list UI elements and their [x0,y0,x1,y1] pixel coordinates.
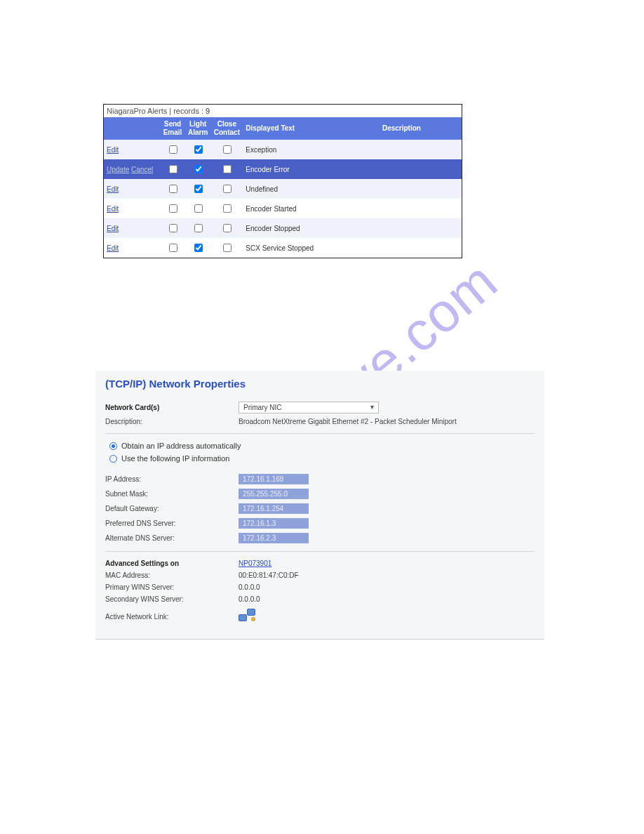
send-email-checkbox[interactable] [169,145,177,154]
alerts-panel: NiagaraPro Alerts | records : 9 Send Ema… [103,104,462,258]
link-label: Active Network Link: [105,613,239,621]
edit-link[interactable]: Edit [107,244,119,252]
ip-input[interactable]: 172.16.1.168 [239,474,309,484]
description-cell [380,199,462,218]
light-alarm-checkbox[interactable] [194,224,203,232]
displayed-text-cell: Encoder Error [243,159,380,179]
description-cell [380,140,462,159]
col-displayed-text: Displayed Text [243,117,380,140]
send-email-checkbox[interactable] [169,224,177,232]
close-contact-checkbox[interactable] [223,145,232,154]
description-cell [380,218,462,238]
table-row: Update CancelEncoder Error [104,159,462,179]
close-contact-checkbox[interactable] [223,165,232,173]
network-link-icon [239,607,258,624]
table-row: EditUndefined [104,179,462,199]
table-row: EditEncoder Stopped [104,218,462,238]
displayed-text-cell: Exception [243,140,380,159]
mac-value: 00:E0:81:47:C0:DF [239,571,535,579]
adv-label: Advanced Settings on [105,560,239,567]
update-link[interactable]: Update [107,166,129,173]
network-panel: (TCP/IP) Network Properties Network Card… [95,371,544,640]
network-title: (TCP/IP) Network Properties [105,378,535,390]
col-send-email: Send Email [160,117,185,140]
desc-value: Broadcom NetXtreme Gigabit Ethernet #2 -… [239,418,535,425]
edit-link[interactable]: Edit [107,185,119,193]
col-close-contact: Close Contact [210,117,243,140]
records-count: 9 [206,107,210,115]
radio-manual-label: Use the following IP information [121,454,230,463]
table-row: EditSCX Service Stopped [104,238,462,258]
card-label: Network Card(s) [105,404,239,411]
description-cell [380,238,462,258]
send-email-checkbox[interactable] [169,185,177,193]
adns-label: Alternate DNS Server: [105,534,239,542]
send-email-checkbox[interactable] [169,244,177,252]
table-row: EditException [104,140,462,159]
gateway-label: Default Gateway: [105,505,239,512]
displayed-text-cell: SCX Service Stopped [243,238,380,258]
divider [105,433,535,434]
description-cell [380,159,462,179]
advanced-settings-link[interactable]: NP073901 [239,560,271,567]
light-alarm-checkbox[interactable] [194,185,203,193]
light-alarm-checkbox[interactable] [194,145,203,154]
displayed-text-cell: Encoder Started [243,199,380,218]
displayed-text-cell: Undefined [243,179,380,199]
desc-label: Description: [105,418,239,425]
pwins-value: 0.0.0.0 [239,583,535,591]
radio-auto-label: Obtain an IP address automatically [121,442,241,450]
light-alarm-checkbox[interactable] [194,204,203,213]
edit-link[interactable]: Edit [107,146,119,154]
cancel-link[interactable]: Cancel [131,166,153,173]
close-contact-checkbox[interactable] [223,204,232,213]
adns-input[interactable]: 172.16.2.3 [239,533,309,543]
mac-label: MAC Address: [105,571,239,579]
alerts-title-bar: NiagaraPro Alerts | records : 9 [104,105,462,117]
pdns-label: Preferred DNS Server: [105,519,239,527]
close-contact-checkbox[interactable] [223,244,232,252]
records-label: records : [173,107,203,115]
pwins-label: Primary WINS Server: [105,583,239,591]
subnet-input[interactable]: 255.255.255.0 [239,489,309,499]
pdns-input[interactable]: 172.16.1.3 [239,518,309,529]
radio-manual[interactable] [109,455,117,463]
col-light-alarm: Light Alarm [185,117,210,140]
edit-link[interactable]: Edit [107,225,119,232]
light-alarm-checkbox[interactable] [194,165,203,173]
radio-auto-row[interactable]: Obtain an IP address automatically [105,439,535,452]
send-email-checkbox[interactable] [169,165,177,173]
col-description: Description [380,117,462,140]
divider [105,551,535,552]
close-contact-checkbox[interactable] [223,224,232,232]
light-alarm-checkbox[interactable] [194,244,203,252]
send-email-checkbox[interactable] [169,204,177,213]
radio-auto[interactable] [109,442,117,450]
radio-manual-row[interactable]: Use the following IP information [105,452,535,465]
alerts-title-text: NiagaraPro Alerts [107,107,167,115]
edit-link[interactable]: Edit [107,205,119,213]
subnet-label: Subnet Mask: [105,490,239,498]
gateway-input[interactable]: 172.16.1.254 [239,503,309,514]
swins-label: Secondary WINS Server: [105,595,239,603]
ip-label: IP Address: [105,475,239,483]
table-row: EditEncoder Started [104,199,462,218]
swins-value: 0.0.0.0 [239,595,535,603]
displayed-text-cell: Encoder Stopped [243,218,380,238]
col-action [104,117,160,140]
close-contact-checkbox[interactable] [223,185,232,193]
description-cell [380,179,462,199]
network-card-select[interactable]: Primary NIC [239,402,379,413]
alerts-table: Send Email Light Alarm Close Contact Dis… [104,117,462,258]
